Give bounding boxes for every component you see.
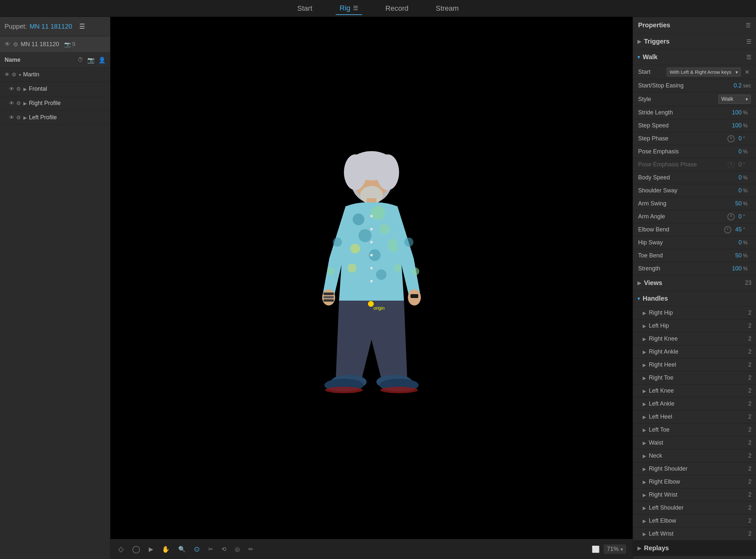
handle-left-knee[interactable]: ▶ Left Knee 2 <box>633 384 756 398</box>
menu-stream[interactable]: Stream <box>432 2 463 15</box>
views-section[interactable]: ▶ Views 23 <box>633 275 756 291</box>
rtoe-arrow: ▶ <box>643 375 646 381</box>
properties-menu-icon[interactable]: ☰ <box>746 22 751 29</box>
style-label: Style <box>638 96 718 103</box>
handle-waist[interactable]: ▶ Waist 2 <box>633 437 756 449</box>
expand-lprofile[interactable]: ▶ <box>23 115 27 120</box>
toe-bend-value[interactable]: 50 <box>735 252 742 259</box>
select-tool[interactable]: ◇ <box>117 544 125 555</box>
stride-value[interactable]: 100 <box>732 109 742 116</box>
replays-section[interactable]: ▶ Replays <box>633 540 756 556</box>
expand-frontal[interactable]: ▶ <box>23 86 27 92</box>
style-dropdown[interactable]: Walk ▾ <box>718 94 751 104</box>
rwrist-count: 2 <box>748 491 752 498</box>
pan-tool[interactable]: ✋ <box>160 544 171 555</box>
layer-frontal[interactable]: 👁 ⚙ ▶ Frontal <box>0 82 110 96</box>
menu-record[interactable]: Record <box>382 2 412 15</box>
start-close-btn[interactable]: ✕ <box>743 68 751 76</box>
body-speed-row: Body Speed 0 % <box>633 171 756 184</box>
handle-left-ankle[interactable]: ▶ Left Ankle 2 <box>633 398 756 410</box>
puppet-icon-sub: ⚙ <box>13 41 18 48</box>
svg-point-16 <box>376 269 386 280</box>
shoulder-sway-value[interactable]: 0 <box>738 187 742 194</box>
handle-right-elbow[interactable]: ▶ Right Elbow 2 <box>633 475 756 489</box>
body-speed-value[interactable]: 0 <box>738 174 742 181</box>
handle-right-heel[interactable]: ▶ Right Heel 2 <box>633 358 756 372</box>
layer-martin[interactable]: 👁 ⚙ ▾ Martin <box>0 68 110 82</box>
handles-section[interactable]: ▾ Handles <box>633 291 756 307</box>
draw-tool[interactable]: ✏ <box>247 544 255 554</box>
hip-sway-value[interactable]: 0 <box>738 239 742 246</box>
handle-right-knee[interactable]: ▶ Right Knee 2 <box>633 333 756 345</box>
triggers-section[interactable]: ▶ Triggers ☰ <box>633 34 756 49</box>
lasso-tool[interactable]: ◯ <box>131 544 142 555</box>
hip-sway-row: Hip Sway 0 % <box>633 236 756 249</box>
puppet-menu-icon[interactable]: ☰ <box>75 17 90 37</box>
right-panel: Properties ☰ ▶ Triggers ☰ ▾ Walk ☰ Start… <box>633 17 756 559</box>
handle-left-heel[interactable]: ▶ Left Heel 2 <box>633 410 756 423</box>
rheel-name: Right Heel <box>649 361 748 368</box>
canvas-area[interactable]: origin <box>111 17 633 539</box>
neck-arrow: ▶ <box>643 453 646 459</box>
handle-left-wrist[interactable]: ▶ Left Wrist 2 <box>633 528 756 540</box>
handle-right-hip[interactable]: ▶ Right Hip 2 <box>633 307 756 319</box>
puppet-badge-count: 9 <box>72 41 75 48</box>
camera-icon-header: 📷 <box>87 57 95 64</box>
svg-point-40 <box>368 301 374 307</box>
zoom-tool[interactable]: 🔍 <box>177 544 187 554</box>
pose-emphasis-label: Pose Emphasis <box>638 148 738 155</box>
lhip-arrow: ▶ <box>643 323 646 329</box>
style-value: Walk <box>721 96 733 103</box>
vis-icon-frontal[interactable]: 👁 <box>9 86 14 92</box>
overlay-tool[interactable]: ◎ <box>234 544 241 554</box>
menu-start[interactable]: Start <box>293 2 316 15</box>
easing-value[interactable]: 0.2 <box>734 82 742 89</box>
handle-right-shoulder[interactable]: ▶ Right Shoulder 2 <box>633 463 756 475</box>
handle-left-toe[interactable]: ▶ Left Toe 2 <box>633 423 756 437</box>
pose-emphasis-value[interactable]: 0 <box>738 148 742 155</box>
handle-right-wrist[interactable]: ▶ Right Wrist 2 <box>633 489 756 501</box>
handle-left-elbow[interactable]: ▶ Left Elbow 2 <box>633 514 756 528</box>
arm-angle-value[interactable]: 0 <box>738 213 742 220</box>
rknee-count: 2 <box>748 335 752 342</box>
arm-angle-dial[interactable] <box>727 213 735 220</box>
handle-left-hip[interactable]: ▶ Left Hip 2 <box>633 319 756 333</box>
walk-section-header[interactable]: ▾ Walk ☰ <box>633 49 756 65</box>
vis-icon-rprofile[interactable]: 👁 <box>9 100 14 106</box>
layer-left-profile[interactable]: 👁 ⚙ ▶ Left Profile <box>0 111 110 125</box>
elbow-bend-dial[interactable] <box>724 226 731 233</box>
rheel-arrow: ▶ <box>643 362 646 367</box>
start-dropdown[interactable]: With Left & Right Arrow keys ▾ <box>667 68 741 76</box>
handle-left-shoulder[interactable]: ▶ Left Shoulder 2 <box>633 501 756 514</box>
vis-icon-martin[interactable]: 👁 <box>4 72 10 78</box>
layer-right-profile[interactable]: 👁 ⚙ ▶ Right Profile <box>0 96 110 111</box>
expand-martin[interactable]: ▾ <box>19 72 21 77</box>
step-phase-value[interactable]: 0 <box>738 135 742 142</box>
menu-rig[interactable]: Rig ☰ <box>336 2 362 15</box>
strength-value[interactable]: 100 <box>732 265 742 272</box>
move-tool[interactable]: ▶ <box>147 544 155 554</box>
vis-icon-lprofile[interactable]: 👁 <box>9 115 14 120</box>
triggers-menu[interactable]: ☰ <box>746 38 752 45</box>
step-phase-dial[interactable] <box>727 135 735 142</box>
zoom-display[interactable]: 71% ▾ <box>604 544 626 554</box>
puppet-icon-lprofile: ⚙ <box>16 114 21 120</box>
warp-tool[interactable]: ⟲ <box>220 544 228 554</box>
walk-menu[interactable]: ☰ <box>746 53 752 61</box>
svg-point-22 <box>370 267 373 269</box>
expand-rprofile[interactable]: ▶ <box>23 101 27 106</box>
elbow-bend-value[interactable]: 45 <box>735 226 742 233</box>
step-speed-value[interactable]: 100 <box>732 122 742 129</box>
arm-swing-value[interactable]: 50 <box>735 200 742 207</box>
neck-name: Neck <box>649 452 748 459</box>
properties-title: Properties <box>638 21 670 29</box>
handle-right-toe[interactable]: ▶ Right Toe 2 <box>633 372 756 384</box>
puppet-tool[interactable]: ✂ <box>207 544 214 554</box>
lheel-arrow: ▶ <box>643 415 646 420</box>
puppet-badge: 📷 9 <box>64 41 75 48</box>
record-dot-tool[interactable]: ⊙ <box>193 544 201 555</box>
lheel-name: Left Heel <box>649 413 748 420</box>
triggers-title: Triggers <box>644 38 746 45</box>
handle-neck[interactable]: ▶ Neck 2 <box>633 449 756 463</box>
handle-right-ankle[interactable]: ▶ Right Ankle 2 <box>633 345 756 358</box>
